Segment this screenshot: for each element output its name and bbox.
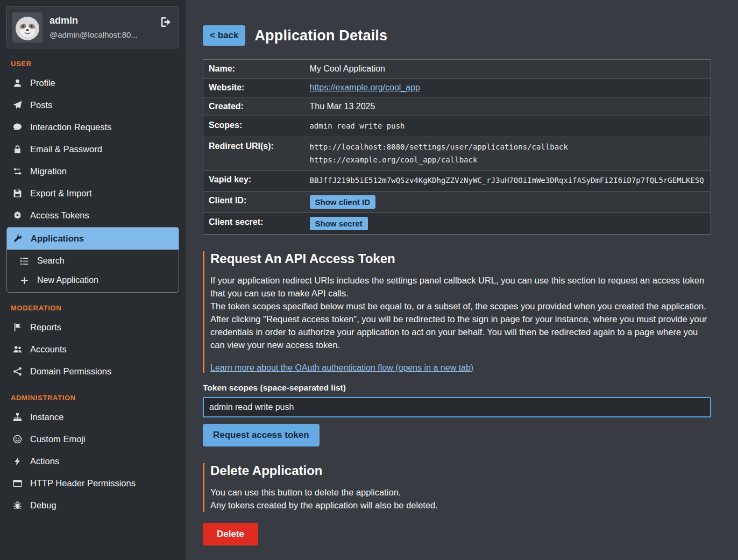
mono-value: admin read write push — [310, 120, 707, 133]
detail-value: https://example.org/cool_app — [306, 79, 711, 97]
sidebar-item-export-import[interactable]: Export & Import — [6, 182, 179, 204]
nav-section-label: USER — [11, 60, 175, 68]
migration-icon — [12, 167, 23, 176]
nav-sub-menu: SearchNew Application — [7, 250, 179, 292]
sidebar-item-label: Applications — [31, 233, 84, 244]
reports-flag-icon — [12, 323, 23, 332]
detail-row: Created:Thu Mar 13 2025 — [203, 97, 711, 116]
search-list-icon — [19, 257, 30, 266]
detail-label: Name: — [203, 60, 306, 79]
detail-value: My Cool Application — [306, 60, 711, 79]
sidebar-item-debug[interactable]: Debug — [6, 494, 179, 516]
detail-row: Client secret:Show secret — [203, 213, 711, 235]
token-section-paragraph: If your application redirect URIs includ… — [210, 274, 711, 300]
sidebar-item-label: HTTP Header Permissions — [30, 478, 136, 488]
main-panel: < back Application Details Name:My Cool … — [186, 0, 738, 560]
mono-value: http://localhost:8080/settings/user/appl… — [310, 141, 707, 154]
token-scopes-input[interactable] — [203, 397, 711, 417]
plus-icon — [19, 276, 30, 285]
token-section-paragraph: The token scopes specified below must be… — [210, 300, 711, 313]
applications-icon — [12, 234, 23, 243]
detail-value: Show secret — [306, 213, 711, 235]
sidebar-item-domain-permissions[interactable]: Domain Permissions — [6, 360, 179, 382]
sidebar-item-posts[interactable]: Posts — [6, 94, 179, 116]
sidebar-item-reports[interactable]: Reports — [6, 316, 179, 338]
request-access-token-button[interactable]: Request access token — [203, 424, 320, 446]
sidebar-item-label: Actions — [30, 456, 59, 466]
accounts-icon — [12, 345, 23, 354]
application-details-page: < back Application Details Name:My Cool … — [203, 25, 711, 545]
page-header: < back Application Details — [203, 25, 711, 46]
actions-icon — [12, 457, 23, 466]
mono-value: BBJffJ219b5iE512m7wQSzv4KgKDhgZZVzNyWC_r… — [310, 174, 707, 187]
nav-group-applications: ApplicationsSearchNew Application — [6, 227, 179, 293]
sidebar-item-label: Instance — [30, 412, 63, 422]
sidebar-item-label: Email & Password — [30, 144, 102, 154]
detail-label: Vapid key: — [203, 171, 306, 192]
token-section-paragraph: After clicking "Request access token", y… — [210, 313, 711, 352]
sidebar-item-search[interactable]: Search — [7, 251, 179, 271]
sidebar-item-label: Debug — [30, 500, 56, 511]
sidebar-item-label: Profile — [30, 78, 55, 88]
detail-value: Show client ID — [306, 192, 711, 213]
oauth-docs-link[interactable]: Learn more about the OAuth authenticatio… — [210, 363, 473, 373]
detail-label: Created: — [203, 97, 306, 116]
token-section: Request An API Access Token If your appl… — [203, 251, 711, 373]
sidebar-item-instance[interactable]: Instance — [6, 406, 179, 428]
application-details-table: Name:My Cool ApplicationWebsite:https://… — [203, 59, 711, 235]
instance-icon — [12, 413, 23, 422]
email-password-icon — [12, 145, 23, 154]
detail-value: http://localhost:8080/settings/user/appl… — [306, 137, 711, 171]
export-import-icon — [12, 189, 23, 198]
sidebar-item-interaction-requests[interactable]: Interaction Requests — [6, 116, 179, 138]
sidebar-item-label: Accounts — [30, 344, 67, 355]
nav-section-label: ADMINISTRATION — [11, 394, 175, 402]
detail-label: Client secret: — [203, 213, 306, 235]
show-client-id-button[interactable]: Show client ID — [310, 195, 376, 209]
website-link[interactable]: https://example.org/cool_app — [310, 83, 420, 92]
sidebar-item-new-application[interactable]: New Application — [7, 271, 179, 290]
sidebar-item-access-tokens[interactable]: Access Tokens — [6, 204, 179, 226]
debug-icon — [12, 501, 23, 510]
logout-icon[interactable] — [160, 16, 172, 30]
detail-row: Name:My Cool Application — [203, 60, 711, 79]
posts-icon — [12, 101, 23, 110]
sidebar-item-label: Custom Emoji — [30, 434, 86, 444]
token-scopes-label: Token scopes (space-separated list) — [203, 383, 711, 393]
app-root: admin @admin@localhost:80... USERProfile… — [0, 0, 738, 560]
sidebar-item-applications[interactable]: Applications — [7, 228, 179, 250]
sidebar-item-label: Search — [37, 256, 65, 266]
detail-value: BBJffJ219b5iE512m7wQSzv4KgKDhgZZVzNyWC_r… — [306, 171, 711, 192]
user-info: admin @admin@localhost:80... — [49, 12, 138, 42]
sidebar-nav: USERProfilePostsInteraction RequestsEmai… — [6, 60, 179, 516]
domain-permissions-icon — [12, 367, 23, 376]
sidebar-item-custom-emoji[interactable]: Custom Emoji — [6, 428, 179, 450]
show-secret-button[interactable]: Show secret — [310, 217, 368, 230]
sidebar-item-profile[interactable]: Profile — [6, 72, 179, 94]
sidebar-item-label: Reports — [30, 322, 61, 332]
delete-section-line: You can use this button to delete the ap… — [210, 486, 711, 499]
user-card: admin @admin@localhost:80... — [6, 6, 179, 48]
sidebar-item-accounts[interactable]: Accounts — [6, 338, 179, 360]
back-button[interactable]: < back — [203, 25, 245, 46]
detail-label: Redirect URI(s): — [203, 137, 306, 171]
avatar — [12, 12, 42, 42]
detail-row: Vapid key:BBJffJ219b5iE512m7wQSzv4KgKDhg… — [203, 171, 711, 192]
delete-button[interactable]: Delete — [203, 523, 258, 545]
sidebar-item-email-password[interactable]: Email & Password — [6, 138, 179, 160]
http-header-permissions-icon — [12, 479, 23, 488]
sidebar-item-actions[interactable]: Actions — [6, 450, 179, 472]
user-name: admin — [49, 15, 138, 26]
sidebar-item-label: Posts — [30, 100, 52, 110]
sidebar-item-label: Interaction Requests — [30, 122, 111, 132]
mono-value: https://example.org/cool_app/callback — [310, 154, 707, 167]
access-tokens-icon — [12, 211, 23, 220]
token-section-title: Request An API Access Token — [210, 251, 711, 266]
detail-row: Website:https://example.org/cool_app — [203, 79, 711, 97]
sidebar-item-http-header-permissions[interactable]: HTTP Header Permissions — [6, 472, 179, 494]
detail-row: Client ID:Show client ID — [203, 192, 711, 213]
sidebar-item-label: Domain Permissions — [30, 366, 111, 377]
page-title: Application Details — [254, 27, 387, 44]
sidebar-item-migration[interactable]: Migration — [6, 160, 179, 182]
detail-row: Redirect URI(s):http://localhost:8080/se… — [203, 137, 711, 171]
